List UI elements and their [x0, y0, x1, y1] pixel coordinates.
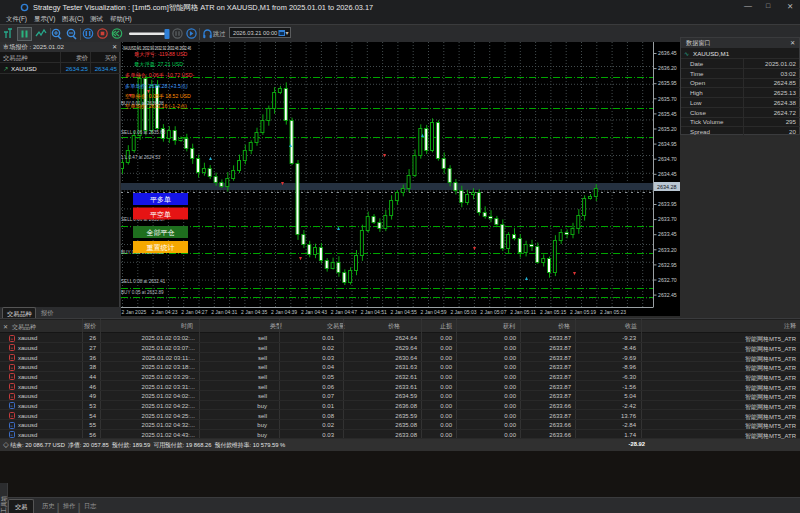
svg-text:2 Jan 05:11: 2 Jan 05:11 [510, 309, 536, 315]
svg-text:2 Jan 04:47: 2 Jan 04:47 [331, 309, 357, 315]
svg-text:2 Jan 04:51: 2 Jan 04:51 [361, 309, 387, 315]
svg-text:2 Jan 05:07: 2 Jan 05:07 [480, 309, 506, 315]
svg-text:2635.95: 2635.95 [658, 80, 677, 86]
svg-text:2636.45: 2636.45 [658, 50, 677, 56]
svg-text:2 Jan 04:59: 2 Jan 04:59 [421, 309, 447, 315]
svg-text:2633.45: 2633.45 [658, 231, 677, 237]
svg-text:2634.28: 2634.28 [657, 184, 677, 190]
svg-text:平多单: 平多单 [150, 196, 171, 203]
svg-text:2633.70: 2633.70 [658, 216, 677, 222]
svg-text:2 Jan 04:27: 2 Jan 04:27 [181, 309, 207, 315]
svg-text:SELL 0.06 at 2635.63: SELL 0.06 at 2635.63 [121, 130, 166, 135]
svg-text:BUY 0.01 at 2636.08: BUY 0.01 at 2636.08 [121, 101, 164, 106]
svg-text:2633.20: 2633.20 [658, 247, 677, 253]
svg-text:2634.70: 2634.70 [658, 156, 677, 162]
svg-text:2 Jan 04:31: 2 Jan 04:31 [211, 309, 237, 315]
svg-text:2 Jan 05:03: 2 Jan 05:03 [450, 309, 476, 315]
svg-text:1 L 0.47 at 2624.53: 1 L 0.47 at 2624.53 [121, 155, 161, 160]
svg-text:重置统计: 重置统计 [147, 244, 175, 252]
svg-text:2633.95: 2633.95 [658, 201, 677, 207]
svg-text:2 Jan 2025: 2 Jan 2025 [122, 309, 147, 315]
svg-text:2 Jan 05:23: 2 Jan 05:23 [600, 309, 626, 315]
svg-text:2 Jan 05:19: 2 Jan 05:19 [570, 309, 596, 315]
svg-text:2635.70: 2635.70 [658, 96, 677, 102]
svg-text:2 Jan 04:55: 2 Jan 04:55 [391, 309, 417, 315]
svg-text:2636.20: 2636.20 [658, 65, 677, 71]
svg-text:2 Jan 04:39: 2 Jan 04:39 [271, 309, 297, 315]
svg-text:工具箱: 工具箱 [0, 495, 8, 513]
svg-text:多单持仓: 0.06手 -10.72 USD-: 多单持仓: 0.06手 -10.72 USD- [125, 72, 194, 79]
svg-text:最大浮亏: -119.88 USD: 最大浮亏: -119.88 USD [134, 51, 187, 58]
svg-text:2635.45: 2635.45 [658, 111, 677, 117]
svg-text:2 Jan 04:35: 2 Jan 04:35 [241, 309, 267, 315]
svg-text:最大浮盈: 27.21 USD: 最大浮盈: 27.21 USD [134, 61, 183, 68]
svg-text:2632.45: 2632.45 [658, 292, 677, 298]
svg-text:空单持仓: 0.08手 18.52 USD: 空单持仓: 0.08手 18.52 USD [125, 93, 191, 100]
svg-text:2 Jan 04:43: 2 Jan 04:43 [301, 309, 327, 315]
svg-text:2634.45: 2634.45 [658, 171, 677, 177]
svg-text:2635.20: 2635.20 [658, 126, 677, 132]
svg-text:2632.70: 2632.70 [658, 277, 677, 283]
svg-text:2632.95: 2632.95 [658, 262, 677, 268]
svg-text:平空单: 平空单 [150, 211, 171, 218]
svg-text:2 Jan 04:23: 2 Jan 04:23 [151, 309, 177, 315]
svg-text:BUY 0.05 at 2632.89: BUY 0.05 at 2632.89 [121, 290, 164, 295]
svg-text:全部平仓: 全部平仓 [147, 229, 175, 237]
svg-text:2 Jan 05:15: 2 Jan 05:15 [540, 309, 566, 315]
svg-text:SELL 0.08 at 2632.41: SELL 0.08 at 2632.41 [121, 279, 166, 284]
svg-text:多单均价: 2634.28 (+3.5点): 多单均价: 2634.28 (+3.5点) [125, 83, 188, 89]
svg-text:2634.95: 2634.95 [658, 141, 677, 147]
